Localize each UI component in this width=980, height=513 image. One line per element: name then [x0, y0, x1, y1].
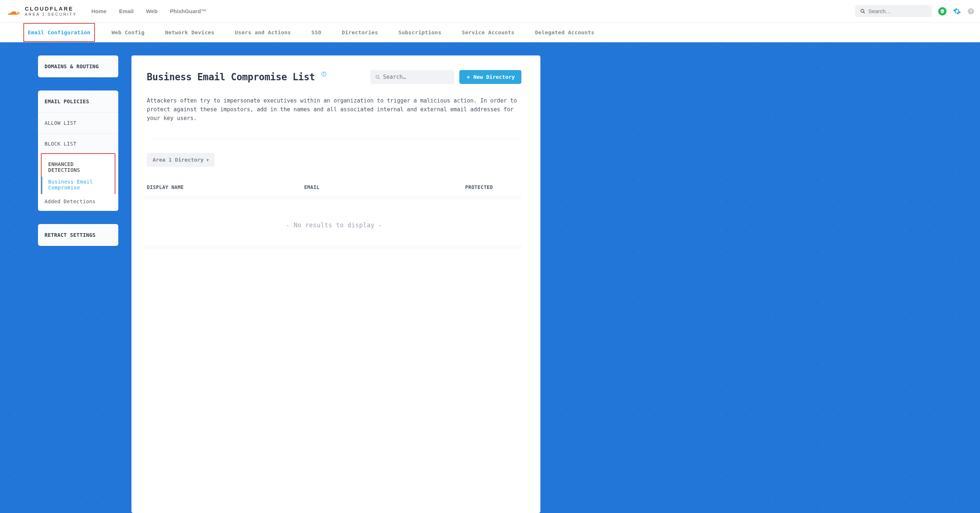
search-icon — [860, 8, 865, 14]
svg-point-0 — [861, 9, 864, 12]
content-area: DOMAINS & ROUTING EMAIL POLICIES ALLOW L… — [0, 42, 980, 513]
svg-text:?: ? — [969, 9, 972, 14]
table-row-stripe — [144, 245, 522, 249]
subnav-directories[interactable]: Directories — [338, 24, 382, 41]
sidebar-card-domains: DOMAINS & ROUTING — [38, 56, 118, 77]
directory-filter-label: Area 1 Directory — [153, 157, 204, 163]
sidebar-card-policies: EMAIL POLICIES ALLOW LIST BLOCK LIST ENH… — [38, 91, 118, 211]
cloudflare-logo-icon — [5, 6, 21, 17]
subnav-network-devices[interactable]: Network Devices — [161, 24, 218, 41]
panel-search-input[interactable] — [383, 74, 449, 80]
svg-line-1 — [864, 12, 865, 13]
sidebar-domains-routing[interactable]: DOMAINS & ROUTING — [38, 56, 118, 77]
column-display-name: DISPLAY NAME — [147, 184, 304, 190]
highlight-email-config: Email Configuration — [23, 23, 95, 42]
settings-button[interactable] — [953, 7, 961, 15]
logo[interactable]: CLOUDFLARE AREA 1 SECURITY — [5, 6, 77, 17]
page-title: Business Email Compromise List — [147, 71, 326, 83]
chevron-down-icon: ▼ — [207, 158, 209, 162]
nav-web[interactable]: Web — [146, 8, 158, 14]
page-title-text: Business Email Compromise List — [147, 71, 315, 83]
sidebar-added-detections[interactable]: Added Detections — [38, 194, 118, 211]
subnav-sso[interactable]: SSO — [308, 24, 325, 41]
page-description: Attackers often try to impersonate execu… — [147, 96, 522, 122]
sidebar-card-retract: RETRACT SETTINGS — [38, 224, 118, 246]
sidebar-allow-list[interactable]: ALLOW LIST — [38, 113, 118, 133]
nav-email[interactable]: Email — [119, 8, 134, 14]
empty-state-message: - No results to display - — [147, 200, 522, 240]
global-search[interactable] — [855, 5, 932, 17]
sub-nav: Email Configuration Web Config Network D… — [0, 22, 980, 42]
info-icon[interactable] — [321, 71, 326, 76]
gear-icon — [953, 7, 961, 15]
sidebar-block-list[interactable]: BLOCK LIST — [38, 133, 118, 154]
highlight-enhanced-detections: ENHANCED DETECTIONS Business Email Compr… — [41, 153, 115, 195]
subnav-subscriptions[interactable]: Subscriptions — [395, 24, 445, 41]
sidebar: DOMAINS & ROUTING EMAIL POLICIES ALLOW L… — [38, 56, 118, 513]
table-header: DISPLAY NAME EMAIL PROTECTED — [147, 184, 522, 190]
sidebar-email-policies[interactable]: EMAIL POLICIES — [38, 91, 118, 113]
svg-point-7 — [376, 75, 379, 78]
panel-search[interactable] — [370, 70, 454, 84]
sidebar-retract-settings[interactable]: RETRACT SETTINGS — [38, 224, 118, 246]
logo-sub-text: AREA 1 SECURITY — [25, 12, 77, 16]
column-protected: PROTECTED — [465, 184, 522, 190]
help-button[interactable]: ? — [967, 7, 975, 15]
plus-icon — [466, 75, 471, 79]
subnav-email-configuration[interactable]: Email Configuration — [24, 24, 94, 41]
global-search-input[interactable] — [868, 8, 927, 14]
new-directory-label: New Directory — [474, 74, 515, 80]
topbar: CLOUDFLARE AREA 1 SECURITY Home Email We… — [0, 0, 980, 22]
column-email: EMAIL — [304, 184, 465, 190]
sidebar-enhanced-detections: ENHANCED DETECTIONS — [41, 154, 115, 176]
top-nav: Home Email Web PhishGuard™ — [91, 8, 206, 14]
divider — [147, 139, 522, 139]
directory-filter-dropdown[interactable]: Area 1 Directory ▼ — [147, 153, 215, 167]
help-icon: ? — [967, 8, 975, 15]
search-icon — [375, 75, 380, 80]
nav-home[interactable]: Home — [91, 8, 107, 14]
sidebar-business-email-compromise[interactable]: Business Email Compromise — [41, 176, 115, 194]
shield-status-icon[interactable] — [938, 6, 947, 16]
main-panel: Business Email Compromise List New Direc… — [132, 56, 540, 513]
svg-point-6 — [323, 73, 324, 73]
subnav-service-accounts[interactable]: Service Accounts — [458, 24, 518, 41]
table-row-stripe — [144, 195, 522, 200]
new-directory-button[interactable]: New Directory — [459, 70, 522, 84]
logo-main-text: CLOUDFLARE — [25, 6, 77, 12]
svg-line-8 — [378, 78, 379, 79]
nav-phishguard[interactable]: PhishGuard™ — [170, 8, 206, 14]
subnav-users-actions[interactable]: Users and Actions — [231, 24, 295, 41]
subnav-web-config[interactable]: Web Config — [108, 24, 148, 41]
subnav-delegated-accounts[interactable]: Delegated Accounts — [531, 24, 598, 41]
